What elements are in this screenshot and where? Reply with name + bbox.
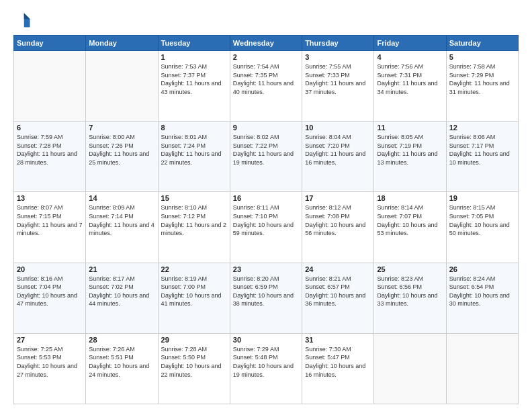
- day-info: Sunrise: 8:15 AM Sunset: 7:05 PM Dayligh…: [449, 203, 515, 237]
- calendar-cell: 14Sunrise: 8:09 AM Sunset: 7:14 PM Dayli…: [86, 192, 158, 263]
- day-number: 14: [89, 194, 154, 202]
- day-info: Sunrise: 7:56 AM Sunset: 7:31 PM Dayligh…: [377, 62, 443, 96]
- day-info: Sunrise: 7:53 AM Sunset: 7:37 PM Dayligh…: [161, 62, 227, 96]
- calendar-cell: 7Sunrise: 8:00 AM Sunset: 7:26 PM Daylig…: [86, 122, 158, 192]
- weekday-header: Sunday: [14, 36, 86, 51]
- day-number: 4: [377, 53, 443, 61]
- day-number: 28: [89, 336, 154, 344]
- day-number: 23: [233, 265, 299, 273]
- calendar-cell: [446, 333, 518, 404]
- day-info: Sunrise: 8:12 AM Sunset: 7:08 PM Dayligh…: [305, 203, 371, 237]
- calendar-cell: 20Sunrise: 8:16 AM Sunset: 7:04 PM Dayli…: [14, 263, 86, 333]
- calendar-cell: 25Sunrise: 8:23 AM Sunset: 6:56 PM Dayli…: [374, 263, 446, 333]
- day-number: 26: [449, 265, 515, 273]
- calendar-cell: 11Sunrise: 8:05 AM Sunset: 7:19 PM Dayli…: [374, 122, 446, 192]
- calendar-cell: 18Sunrise: 8:14 AM Sunset: 7:07 PM Dayli…: [374, 192, 446, 263]
- calendar-cell: 8Sunrise: 8:01 AM Sunset: 7:24 PM Daylig…: [158, 122, 230, 192]
- day-info: Sunrise: 8:05 AM Sunset: 7:19 PM Dayligh…: [377, 133, 443, 167]
- calendar-table: SundayMondayTuesdayWednesdayThursdayFrid…: [13, 35, 519, 404]
- day-number: 24: [305, 265, 371, 273]
- day-info: Sunrise: 8:17 AM Sunset: 7:02 PM Dayligh…: [89, 275, 154, 308]
- day-number: 12: [449, 124, 515, 132]
- svg-marker-1: [24, 13, 30, 19]
- calendar-cell: 2Sunrise: 7:54 AM Sunset: 7:35 PM Daylig…: [230, 51, 302, 122]
- calendar-cell: 15Sunrise: 8:10 AM Sunset: 7:12 PM Dayli…: [158, 192, 230, 263]
- calendar-cell: 10Sunrise: 8:04 AM Sunset: 7:20 PM Dayli…: [302, 122, 374, 192]
- day-info: Sunrise: 8:04 AM Sunset: 7:20 PM Dayligh…: [305, 133, 371, 167]
- day-number: 20: [17, 265, 83, 273]
- day-number: 18: [377, 194, 443, 202]
- day-number: 13: [17, 194, 83, 202]
- day-number: 30: [233, 336, 299, 344]
- calendar-cell: 23Sunrise: 8:20 AM Sunset: 6:59 PM Dayli…: [230, 263, 302, 333]
- calendar-cell: 30Sunrise: 7:29 AM Sunset: 5:48 PM Dayli…: [230, 333, 302, 404]
- calendar-cell: 12Sunrise: 8:06 AM Sunset: 7:17 PM Dayli…: [446, 122, 518, 192]
- calendar-cell: 17Sunrise: 8:12 AM Sunset: 7:08 PM Dayli…: [302, 192, 374, 263]
- header: [13, 11, 519, 30]
- calendar-cell: 9Sunrise: 8:02 AM Sunset: 7:22 PM Daylig…: [230, 122, 302, 192]
- calendar-cell: 21Sunrise: 8:17 AM Sunset: 7:02 PM Dayli…: [86, 263, 158, 333]
- weekday-header: Wednesday: [230, 36, 302, 51]
- day-info: Sunrise: 8:07 AM Sunset: 7:15 PM Dayligh…: [17, 203, 83, 237]
- day-number: 9: [233, 124, 299, 132]
- day-number: 27: [17, 336, 83, 344]
- calendar-cell: 5Sunrise: 7:58 AM Sunset: 7:29 PM Daylig…: [446, 51, 518, 122]
- calendar-cell: 16Sunrise: 8:11 AM Sunset: 7:10 PM Dayli…: [230, 192, 302, 263]
- day-number: 21: [89, 265, 154, 273]
- weekday-header: Saturday: [446, 36, 518, 51]
- calendar-cell: 3Sunrise: 7:55 AM Sunset: 7:33 PM Daylig…: [302, 51, 374, 122]
- day-number: 2: [233, 53, 299, 61]
- day-number: 11: [377, 124, 443, 132]
- calendar-cell: 28Sunrise: 7:26 AM Sunset: 5:51 PM Dayli…: [86, 333, 158, 404]
- day-info: Sunrise: 8:19 AM Sunset: 7:00 PM Dayligh…: [161, 275, 227, 308]
- day-info: Sunrise: 8:24 AM Sunset: 6:54 PM Dayligh…: [449, 275, 515, 308]
- day-number: 22: [161, 265, 227, 273]
- calendar-cell: 27Sunrise: 7:25 AM Sunset: 5:53 PM Dayli…: [14, 333, 86, 404]
- day-info: Sunrise: 7:30 AM Sunset: 5:47 PM Dayligh…: [305, 345, 371, 379]
- day-number: 25: [377, 265, 443, 273]
- weekday-header: Thursday: [302, 36, 374, 51]
- day-info: Sunrise: 7:29 AM Sunset: 5:48 PM Dayligh…: [233, 345, 299, 379]
- weekday-header: Monday: [86, 36, 158, 51]
- calendar-cell: [86, 51, 158, 122]
- day-info: Sunrise: 7:55 AM Sunset: 7:33 PM Dayligh…: [305, 62, 371, 96]
- calendar-cell: 13Sunrise: 8:07 AM Sunset: 7:15 PM Dayli…: [14, 192, 86, 263]
- day-info: Sunrise: 8:21 AM Sunset: 6:57 PM Dayligh…: [305, 275, 371, 308]
- day-number: 29: [161, 336, 227, 344]
- calendar-cell: 26Sunrise: 8:24 AM Sunset: 6:54 PM Dayli…: [446, 263, 518, 333]
- day-info: Sunrise: 7:54 AM Sunset: 7:35 PM Dayligh…: [233, 62, 299, 96]
- day-info: Sunrise: 7:59 AM Sunset: 7:28 PM Dayligh…: [17, 133, 83, 167]
- day-info: Sunrise: 8:10 AM Sunset: 7:12 PM Dayligh…: [161, 203, 227, 237]
- day-info: Sunrise: 8:01 AM Sunset: 7:24 PM Dayligh…: [161, 133, 227, 167]
- calendar-week-row: 13Sunrise: 8:07 AM Sunset: 7:15 PM Dayli…: [14, 192, 519, 263]
- day-info: Sunrise: 7:26 AM Sunset: 5:51 PM Dayligh…: [89, 345, 154, 379]
- day-number: 6: [17, 124, 83, 132]
- day-number: 19: [449, 194, 515, 202]
- day-number: 3: [305, 53, 371, 61]
- calendar-cell: [14, 51, 86, 122]
- calendar-cell: 6Sunrise: 7:59 AM Sunset: 7:28 PM Daylig…: [14, 122, 86, 192]
- calendar-cell: 29Sunrise: 7:28 AM Sunset: 5:50 PM Dayli…: [158, 333, 230, 404]
- day-info: Sunrise: 7:58 AM Sunset: 7:29 PM Dayligh…: [449, 62, 515, 96]
- day-number: 5: [449, 53, 515, 61]
- day-info: Sunrise: 8:00 AM Sunset: 7:26 PM Dayligh…: [89, 133, 154, 167]
- calendar-cell: 1Sunrise: 7:53 AM Sunset: 7:37 PM Daylig…: [158, 51, 230, 122]
- day-number: 31: [305, 336, 371, 344]
- calendar-cell: 24Sunrise: 8:21 AM Sunset: 6:57 PM Dayli…: [302, 263, 374, 333]
- calendar-cell: 31Sunrise: 7:30 AM Sunset: 5:47 PM Dayli…: [302, 333, 374, 404]
- calendar-cell: [374, 333, 446, 404]
- day-number: 1: [161, 53, 227, 61]
- calendar-cell: 4Sunrise: 7:56 AM Sunset: 7:31 PM Daylig…: [374, 51, 446, 122]
- page: SundayMondayTuesdayWednesdayThursdayFrid…: [0, 0, 532, 411]
- logo: [13, 11, 35, 30]
- calendar-week-row: 6Sunrise: 7:59 AM Sunset: 7:28 PM Daylig…: [14, 122, 519, 192]
- day-info: Sunrise: 8:06 AM Sunset: 7:17 PM Dayligh…: [449, 133, 515, 167]
- day-number: 17: [305, 194, 371, 202]
- day-info: Sunrise: 7:25 AM Sunset: 5:53 PM Dayligh…: [17, 345, 83, 379]
- day-number: 8: [161, 124, 227, 132]
- day-info: Sunrise: 7:28 AM Sunset: 5:50 PM Dayligh…: [161, 345, 227, 379]
- calendar-cell: 19Sunrise: 8:15 AM Sunset: 7:05 PM Dayli…: [446, 192, 518, 263]
- weekday-header: Tuesday: [158, 36, 230, 51]
- day-number: 15: [161, 194, 227, 202]
- day-number: 16: [233, 194, 299, 202]
